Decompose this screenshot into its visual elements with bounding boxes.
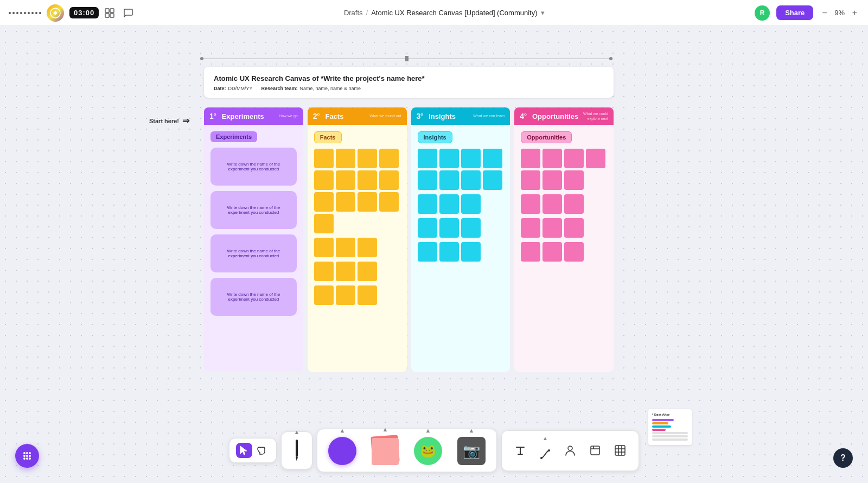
- cursor-tool[interactable]: [236, 443, 252, 458]
- frame-tool-button[interactable]: [583, 438, 607, 462]
- pen-chevron-up-icon[interactable]: ▲: [294, 429, 300, 435]
- sticky-note[interactable]: [521, 242, 540, 262]
- title-chevron-icon[interactable]: ▾: [541, 9, 545, 17]
- sticky-note[interactable]: [542, 194, 562, 214]
- svg-rect-14: [296, 440, 298, 457]
- sticky-note[interactable]: [418, 170, 437, 190]
- sticky-note[interactable]: [336, 285, 355, 305]
- sticky-note[interactable]: [358, 149, 377, 168]
- sticky-note[interactable]: [542, 149, 562, 168]
- experiment-card-1[interactable]: Write down the name of the experiment yo…: [210, 148, 297, 186]
- sticky-note[interactable]: [521, 194, 540, 214]
- sticky-note[interactable]: [483, 149, 502, 168]
- grid-view-icon[interactable]: [104, 8, 115, 18]
- text-tool-button[interactable]: [508, 438, 532, 462]
- zoom-out-button[interactable]: −: [820, 7, 829, 19]
- sticky-note[interactable]: [379, 149, 399, 168]
- apps-fab-button[interactable]: [15, 444, 39, 468]
- sticky-note[interactable]: [314, 170, 334, 190]
- sticky-note[interactable]: [439, 194, 459, 214]
- purple-circle-sticker[interactable]: [328, 437, 356, 465]
- experiment-card-3[interactable]: Write down the name of the experiment yo…: [210, 234, 297, 272]
- columns-area: 1o Experiments How we go Experiments Wri…: [204, 107, 614, 372]
- apps-menu-button[interactable]: [9, 12, 41, 14]
- sticky-note[interactable]: [314, 238, 334, 257]
- sticky-note[interactable]: [564, 149, 584, 168]
- sticky-note[interactable]: [461, 170, 481, 190]
- sticky-note[interactable]: [564, 242, 584, 262]
- experiment-card-2[interactable]: Write down the name of the experiment yo…: [210, 191, 297, 229]
- sticky-note[interactable]: [358, 170, 377, 190]
- sticky-note[interactable]: [336, 192, 355, 212]
- sticky-note[interactable]: [336, 170, 355, 190]
- sticky-note[interactable]: [439, 149, 459, 168]
- sticky-note[interactable]: [418, 242, 437, 262]
- facts-tag: Facts: [314, 131, 342, 143]
- pink-stack-sticker[interactable]: [372, 436, 399, 465]
- connector-chevron-icon[interactable]: ▲: [542, 435, 548, 441]
- sticky-note[interactable]: [542, 170, 562, 190]
- comment-icon[interactable]: [123, 8, 133, 18]
- sticker-chevron-1-icon[interactable]: ▲: [340, 427, 346, 434]
- sticky-note[interactable]: [358, 285, 377, 305]
- sticker-chevron-2-icon[interactable]: ▲: [382, 426, 388, 433]
- canvas-area[interactable]: Atomic UX Research Canvas of *Write the …: [0, 26, 868, 483]
- sticky-note[interactable]: [521, 170, 540, 190]
- sticky-note[interactable]: [461, 242, 481, 262]
- person-tool-button[interactable]: [558, 438, 582, 462]
- share-button[interactable]: Share: [776, 5, 813, 20]
- sticker-chevron-4-icon[interactable]: ▲: [469, 427, 475, 434]
- help-button[interactable]: ?: [833, 448, 853, 468]
- sticky-note[interactable]: [314, 192, 334, 212]
- sticky-note[interactable]: [586, 149, 605, 168]
- sticky-note[interactable]: [336, 238, 355, 257]
- sticky-note[interactable]: [439, 242, 459, 262]
- sticky-note[interactable]: [358, 238, 377, 257]
- svg-point-8: [23, 455, 25, 457]
- sticky-note[interactable]: [439, 218, 459, 238]
- sticky-note[interactable]: [461, 218, 481, 238]
- sticker-chevron-3-icon[interactable]: ▲: [425, 427, 431, 434]
- sticky-note[interactable]: [542, 242, 562, 262]
- table-tool-button[interactable]: [608, 438, 632, 462]
- sticky-note[interactable]: [314, 262, 334, 281]
- sticky-note[interactable]: [379, 170, 399, 190]
- sticky-note[interactable]: [314, 285, 334, 305]
- sticky-note[interactable]: [358, 192, 377, 212]
- sticky-note[interactable]: [564, 218, 584, 238]
- sticky-note[interactable]: [439, 170, 459, 190]
- zoom-in-button[interactable]: +: [850, 7, 859, 19]
- sticky-note[interactable]: [358, 262, 377, 281]
- topbar-icons: [104, 8, 133, 18]
- breadcrumb-drafts[interactable]: Drafts: [344, 9, 363, 17]
- sticky-note[interactable]: [521, 218, 540, 238]
- mini-note-line-gray3: [652, 438, 688, 441]
- hand-tool[interactable]: [252, 443, 270, 458]
- sticky-note[interactable]: [418, 218, 437, 238]
- sticky-note[interactable]: [379, 192, 399, 212]
- experiment-card-4[interactable]: Write down the name of the experiment yo…: [210, 278, 297, 316]
- frog-sticker[interactable]: 🐸: [414, 437, 442, 465]
- topbar-right: R Share − 9% +: [755, 5, 859, 21]
- sticky-note[interactable]: [336, 262, 355, 281]
- col-title-insights: Insights: [429, 112, 456, 120]
- sticky-note[interactable]: [483, 170, 502, 190]
- sticky-note[interactable]: [314, 149, 334, 168]
- sticky-note[interactable]: [461, 194, 481, 214]
- sticky-note[interactable]: [564, 194, 584, 214]
- sticky-note[interactable]: [418, 149, 437, 168]
- sticky-note[interactable]: [542, 218, 562, 238]
- insights-tag: Insights: [418, 131, 452, 143]
- camera-sticker[interactable]: 📷: [457, 437, 486, 465]
- workspace-logo[interactable]: [47, 4, 64, 22]
- sticky-note[interactable]: [418, 194, 437, 214]
- facts-sticky-group-3: [314, 262, 400, 281]
- sticky-note[interactable]: [521, 149, 540, 168]
- sticky-note[interactable]: [461, 149, 481, 168]
- sticky-note[interactable]: [314, 214, 334, 233]
- connector-tool-button[interactable]: [533, 442, 557, 466]
- user-avatar[interactable]: R: [755, 5, 770, 21]
- insights-sticky-group-2: [418, 194, 504, 214]
- sticky-note[interactable]: [336, 149, 355, 168]
- sticky-note[interactable]: [564, 170, 584, 190]
